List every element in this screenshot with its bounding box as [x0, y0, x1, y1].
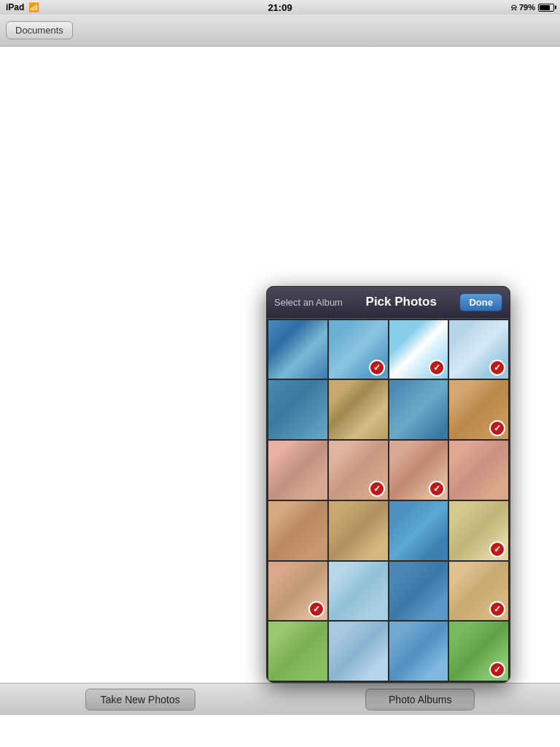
photo-cell-23[interactable]	[389, 622, 448, 681]
photo-cell-2[interactable]	[329, 320, 388, 379]
select-album-button[interactable]: Select an Album	[274, 297, 343, 308]
photo-cell-21[interactable]	[268, 622, 327, 681]
check-badge-2	[369, 360, 385, 376]
check-badge-4	[489, 360, 505, 376]
photo-cell-19[interactable]	[389, 562, 448, 621]
check-badge-8	[489, 420, 505, 436]
photo-cell-13[interactable]	[268, 501, 327, 560]
photo-cell-15[interactable]	[389, 501, 448, 560]
photo-cell-17[interactable]	[268, 562, 327, 621]
photo-cell-1[interactable]	[268, 320, 327, 379]
documents-button[interactable]: Documents	[6, 21, 73, 39]
check-badge-17	[308, 601, 324, 617]
photo-cell-4[interactable]	[449, 320, 508, 379]
wifi-icon: 📶	[28, 2, 39, 12]
status-bar: iPad 📶 21:09 ⍾ 79%	[0, 0, 560, 15]
photo-cell-18[interactable]	[329, 562, 388, 621]
photo-cell-5[interactable]	[268, 380, 327, 439]
photo-cell-10[interactable]	[329, 441, 388, 500]
check-badge-11	[429, 481, 445, 497]
battery-indicator	[538, 4, 554, 12]
carrier-label: iPad	[6, 2, 24, 12]
photo-cell-12[interactable]	[449, 441, 508, 500]
photos-grid	[267, 319, 510, 683]
status-time: 21:09	[268, 2, 292, 13]
take-new-photos-button[interactable]: Take New Photos	[85, 689, 195, 711]
bottom-toolbar: Take New Photos Photo Albums	[0, 683, 560, 715]
popover-header: Select an Album Pick Photos Done	[267, 287, 510, 319]
photo-cell-11[interactable]	[389, 441, 448, 500]
photo-cell-16[interactable]	[449, 501, 508, 560]
check-badge-24	[489, 662, 505, 678]
photo-albums-button[interactable]: Photo Albums	[365, 689, 475, 711]
photo-picker-popover: Select an Album Pick Photos Done	[266, 286, 510, 684]
status-left: iPad 📶	[6, 2, 39, 12]
photo-cell-24[interactable]	[449, 622, 508, 681]
main-content: Select an Album Pick Photos Done Take Ne…	[0, 47, 560, 715]
check-badge-3	[429, 360, 445, 376]
photo-cell-9[interactable]	[268, 441, 327, 500]
top-toolbar: Documents	[0, 15, 560, 47]
check-badge-16	[489, 541, 505, 557]
photo-cell-6[interactable]	[329, 380, 388, 439]
photo-cell-8[interactable]	[449, 380, 508, 439]
photo-cell-22[interactable]	[329, 622, 388, 681]
battery-percent: 79%	[519, 3, 535, 12]
photo-cell-3[interactable]	[389, 320, 448, 379]
status-right: ⍾ 79%	[511, 2, 554, 12]
photo-cell-14[interactable]	[329, 501, 388, 560]
pick-photos-title: Pick Photos	[366, 295, 437, 309]
photo-cell-7[interactable]	[389, 380, 448, 439]
bluetooth-icon: ⍾	[511, 2, 516, 12]
done-button[interactable]: Done	[459, 293, 502, 311]
check-badge-10	[369, 481, 385, 497]
photo-cell-20[interactable]	[449, 562, 508, 621]
check-badge-20	[489, 601, 505, 617]
